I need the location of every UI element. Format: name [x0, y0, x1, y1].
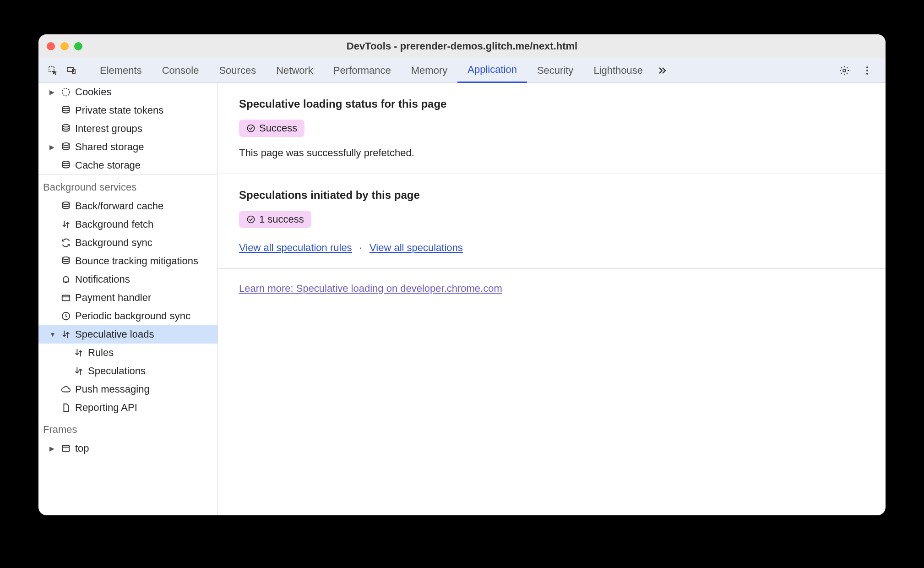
bg-services-section-label: Background services	[38, 175, 217, 197]
sidebar-item-label: Speculative loads	[75, 328, 154, 340]
tab-performance[interactable]: Performance	[323, 58, 401, 83]
db-icon	[60, 142, 71, 153]
chevron-right-icon[interactable]: ▶	[49, 88, 57, 96]
inspect-element-button[interactable]	[44, 61, 62, 80]
chevron-right-icon[interactable]: ▶	[49, 445, 57, 452]
devtools-window: DevTools - prerender-demos.glitch.me/nex…	[38, 34, 886, 515]
titlebar: DevTools - prerender-demos.glitch.me/nex…	[38, 34, 886, 58]
status-heading: Speculative loading status for this page	[239, 98, 864, 110]
zoom-window-button[interactable]	[74, 42, 82, 50]
minimize-window-button[interactable]	[60, 42, 69, 50]
sidebar-item-speculations[interactable]: Speculations	[38, 362, 217, 380]
sidebar-item-interest-groups[interactable]: Interest groups	[38, 120, 217, 138]
frames-section-label: Frames	[38, 417, 217, 439]
tab-security[interactable]: Security	[527, 58, 583, 83]
frame-icon	[60, 443, 71, 454]
speculations-badge: 1 success	[239, 211, 311, 228]
sidebar-item-label: Periodic background sync	[75, 310, 190, 322]
more-menu-button[interactable]	[858, 61, 876, 80]
db-icon	[60, 123, 71, 134]
sidebar-item-label: Private state tokens	[75, 104, 163, 116]
sidebar-item-rules[interactable]: Rules	[38, 344, 217, 362]
chevron-right-icon[interactable]: ▶	[49, 143, 57, 151]
db-icon	[60, 160, 71, 171]
chevron-down-icon[interactable]: ▼	[49, 331, 57, 338]
sidebar-item-back-forward-cache[interactable]: Back/forward cache	[38, 197, 217, 215]
learn-more-link[interactable]: Learn more: Speculative loading on devel…	[239, 283, 502, 294]
sidebar-item-label: Back/forward cache	[75, 200, 163, 212]
db-icon	[60, 105, 71, 116]
sidebar-item-label: Rules	[88, 347, 114, 359]
tab-elements[interactable]: Elements	[90, 58, 152, 83]
status-badge: Success	[239, 120, 304, 137]
sidebar-item-label: Payment handler	[75, 292, 151, 304]
sync-icon	[60, 237, 71, 248]
sidebar-item-cookies[interactable]: ▶Cookies	[38, 83, 217, 101]
main-content: Speculative loading status for this page…	[218, 83, 886, 515]
tab-console[interactable]: Console	[152, 58, 209, 83]
sidebar-item-shared-storage[interactable]: ▶Shared storage	[38, 138, 217, 156]
sidebar-item-speculative-loads[interactable]: ▼Speculative loads	[38, 325, 217, 344]
sidebar-item-label: Shared storage	[75, 141, 144, 153]
window-title: DevTools - prerender-demos.glitch.me/nex…	[38, 40, 886, 52]
sidebar-item-label: Push messaging	[75, 383, 150, 395]
status-description: This page was successfully prefetched.	[239, 147, 864, 159]
sidebar-item-private-state-tokens[interactable]: Private state tokens	[38, 101, 217, 120]
view-speculations-link[interactable]: View all speculations	[370, 242, 463, 253]
sidebar-item-background-sync[interactable]: Background sync	[38, 234, 217, 252]
sidebar-item-reporting-api[interactable]: Reporting API	[38, 399, 217, 417]
sidebar-item-cache-storage[interactable]: Cache storage	[38, 156, 217, 175]
doc-icon	[60, 402, 71, 413]
sidebar-item-payment-handler[interactable]: Payment handler	[38, 289, 217, 307]
status-panel: Speculative loading status for this page…	[218, 83, 886, 174]
check-icon	[246, 215, 255, 224]
sidebar-item-label: Notifications	[75, 273, 130, 285]
tab-sources[interactable]: Sources	[209, 58, 266, 83]
settings-button[interactable]	[835, 61, 853, 80]
sidebar-item-label: Cache storage	[75, 159, 141, 171]
speculations-panel: Speculations initiated by this page 1 su…	[218, 174, 886, 269]
traffic-lights	[47, 42, 82, 50]
db-icon	[60, 256, 71, 267]
sidebar-item-label: Cookies	[75, 86, 111, 98]
tab-network[interactable]: Network	[266, 58, 323, 83]
sidebar-item-label: Background sync	[75, 237, 152, 249]
bell-icon	[60, 274, 71, 285]
application-sidebar: ▶CookiesPrivate state tokensInterest gro…	[38, 83, 218, 515]
device-toolbar-button[interactable]	[62, 61, 81, 80]
sidebar-item-label: Background fetch	[75, 218, 153, 230]
sidebar-item-bounce-tracking-mitigations[interactable]: Bounce tracking mitigations	[38, 252, 217, 270]
learn-more-panel: Learn more: Speculative loading on devel…	[218, 269, 886, 308]
sidebar-item-label: Reporting API	[75, 402, 137, 414]
db-icon	[60, 201, 71, 212]
clock-icon	[60, 311, 71, 322]
sidebar-item-label: Bounce tracking mitigations	[75, 255, 198, 267]
sidebar-item-label: top	[75, 442, 89, 454]
cloud-icon	[60, 384, 71, 395]
link-separator: ·	[359, 242, 362, 253]
sidebar-item-notifications[interactable]: Notifications	[38, 270, 217, 289]
speculations-heading: Speculations initiated by this page	[239, 189, 864, 202]
status-badge-text: Success	[259, 122, 297, 134]
view-rules-link[interactable]: View all speculation rules	[239, 242, 352, 253]
tab-memory[interactable]: Memory	[401, 58, 457, 83]
card-icon	[60, 292, 71, 303]
check-icon	[246, 124, 255, 133]
sidebar-item-background-fetch[interactable]: Background fetch	[38, 215, 217, 234]
tab-lighthouse[interactable]: Lighthouse	[583, 58, 653, 83]
close-window-button[interactable]	[47, 42, 55, 50]
sidebar-item-periodic-background-sync[interactable]: Periodic background sync	[38, 307, 217, 325]
sidebar-item-label: Interest groups	[75, 123, 142, 135]
speculations-badge-text: 1 success	[259, 213, 304, 225]
cookie-icon	[60, 87, 71, 98]
tab-application[interactable]: Application	[457, 58, 527, 83]
sidebar-item-top[interactable]: ▶top	[38, 439, 217, 458]
arrows-icon	[73, 366, 84, 377]
arrows-icon	[73, 347, 84, 358]
arrows-icon	[60, 219, 71, 230]
sidebar-item-push-messaging[interactable]: Push messaging	[38, 380, 217, 399]
tabs-overflow-button[interactable]	[653, 61, 671, 80]
arrows-icon	[60, 329, 71, 340]
main-tabbar: ElementsConsoleSourcesNetworkPerformance…	[38, 58, 886, 83]
sidebar-item-label: Speculations	[88, 365, 146, 377]
